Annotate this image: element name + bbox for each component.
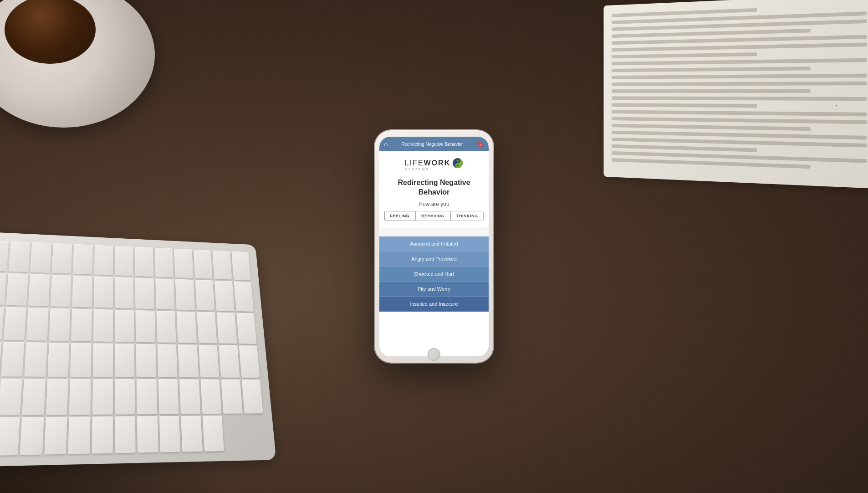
newspaper-decoration <box>603 0 868 189</box>
subtitle: How are you <box>386 201 482 207</box>
tab-row: FEELING BEHAVING THINKING <box>386 211 482 221</box>
newspaper-lines <box>612 4 867 175</box>
systems-text: SYSTEMS <box>405 168 429 171</box>
app-bar: ⌂ Redirecting Negative Behavior 🔖 <box>379 137 489 151</box>
bookmark-icon[interactable]: 🔖 <box>476 140 484 148</box>
feeling-item-insulted[interactable]: Insulted and Insecure <box>379 297 489 312</box>
feeling-list: Annoyed and Irritated Angry and Provoked… <box>379 236 489 312</box>
feeling-item-shocked[interactable]: Shocked and Hurt <box>379 267 489 282</box>
page-title: Redirecting Negative Behavior <box>386 178 482 197</box>
svg-point-1 <box>457 160 459 162</box>
phone-frame: ⌂ Redirecting Negative Behavior 🔖 LIFEWO… <box>375 130 493 363</box>
home-icon[interactable]: ⌂ <box>384 140 388 148</box>
feeling-item-annoyed[interactable]: Annoyed and Irritated <box>379 236 489 252</box>
logo-life-text: LIFEWORK <box>405 159 450 167</box>
tab-thinking[interactable]: THINKING <box>450 211 484 221</box>
logo-wrapper: LIFEWORK SYSTEMS <box>405 158 463 171</box>
svg-point-2 <box>457 165 459 167</box>
desk-background: ⌂ Redirecting Negative Behavior 🔖 LIFEWO… <box>0 0 868 493</box>
tab-behaving[interactable]: BEHAVING <box>415 211 450 221</box>
logo-row: LIFEWORK <box>405 158 463 169</box>
keyboard-decoration <box>0 231 276 468</box>
app-bar-title: Redirecting Negative Behavior <box>388 142 476 147</box>
phone-container: ⌂ Redirecting Negative Behavior 🔖 LIFEWO… <box>375 130 493 363</box>
logo-area: LIFEWORK SYSTEMS <box>379 151 489 175</box>
phone-home-button[interactable] <box>428 348 440 361</box>
tab-feeling[interactable]: FEELING <box>384 211 416 221</box>
feeling-item-pity[interactable]: Pity and Worry <box>379 282 489 297</box>
content-spacer <box>379 227 489 236</box>
coffee-liquid <box>5 0 96 64</box>
main-content: Redirecting Negative Behavior How are yo… <box>379 175 489 221</box>
phone-screen: ⌂ Redirecting Negative Behavior 🔖 LIFEWO… <box>379 137 489 356</box>
keyboard-keys <box>0 239 266 457</box>
coffee-cup-decoration <box>0 0 155 128</box>
feeling-item-angry[interactable]: Angry and Provoked <box>379 252 489 267</box>
logo-icon <box>452 158 463 169</box>
